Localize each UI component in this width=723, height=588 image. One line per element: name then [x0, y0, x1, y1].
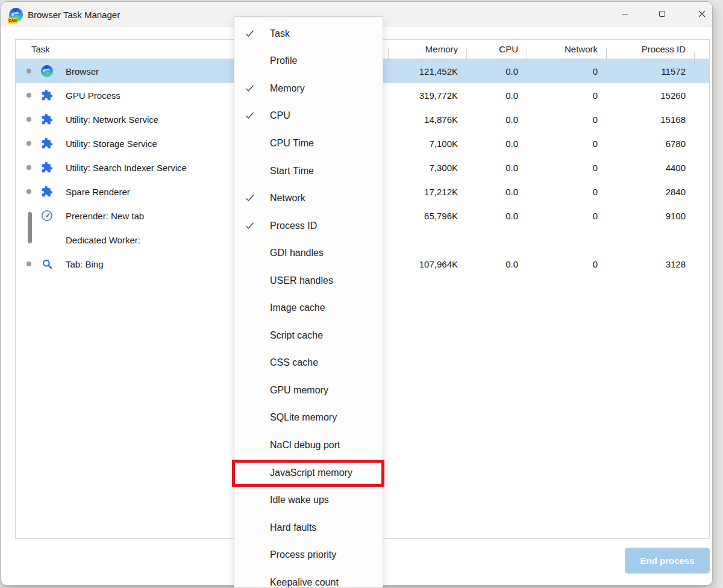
task-name: Dedicated Worker:: [66, 235, 140, 245]
process-bullet: [25, 141, 33, 146]
puzzle-icon: [40, 185, 54, 198]
menu-item-idle-wake-ups[interactable]: Idle wake ups: [234, 486, 383, 514]
process-id-cell: 15168: [606, 114, 694, 125]
puzzle-icon: [40, 113, 54, 126]
minimize-icon: [622, 14, 628, 14]
cpu-cell: 0.0: [466, 259, 527, 269]
menu-item-process-id[interactable]: Process ID: [234, 212, 383, 240]
puzzle-icon: [40, 161, 54, 174]
process-id-cell: 6780: [606, 139, 694, 149]
bullet-dot-icon: [27, 93, 31, 98]
process-bullet: [25, 117, 33, 122]
menu-item-label: Network: [270, 193, 305, 204]
menu-item-nacl-debug-port[interactable]: NaCl debug port: [234, 431, 383, 459]
process-id-cell: 4400: [606, 163, 694, 173]
menu-item-label: Script cache: [270, 330, 323, 341]
check-icon: [245, 221, 254, 232]
cpu-cell: 0.0: [466, 187, 527, 197]
cpu-cell: 0.0: [466, 163, 527, 173]
menu-item-label: USER handles: [270, 275, 333, 286]
bullet-dot-icon: [27, 189, 31, 194]
process-id-cell: 15260: [606, 90, 694, 101]
column-context-menu: TaskProfileMemoryCPUCPU TimeStart TimeNe…: [234, 16, 383, 588]
bullet-dot-icon: [27, 117, 31, 122]
memory-cell: 319,772K: [388, 90, 466, 101]
menu-item-label: NaCl debug port: [270, 440, 340, 451]
check-icon: [245, 29, 254, 40]
menu-item-memory[interactable]: Memory: [234, 75, 383, 102]
menu-item-sqlite-memory[interactable]: SQLite memory: [234, 404, 383, 432]
menu-item-label: Keepalive count: [270, 577, 339, 588]
menu-item-label: Process ID: [270, 220, 317, 231]
cpu-cell: 0.0: [466, 139, 527, 149]
memory-cell: 107,964K: [388, 259, 466, 269]
menu-item-label: Idle wake ups: [270, 495, 329, 505]
maximize-button[interactable]: [648, 3, 676, 25]
cpu-cell: 0.0: [466, 211, 527, 221]
memory-cell: 7,100K: [388, 139, 466, 149]
process-id-cell: 11572: [606, 66, 694, 77]
network-cell: 0: [527, 139, 606, 149]
memory-cell: 14,876K: [388, 114, 466, 125]
gauge-icon: [40, 209, 54, 222]
menu-item-label: Task: [270, 28, 290, 39]
task-name: Spare Renderer: [66, 187, 130, 197]
menu-item-cpu[interactable]: CPU: [234, 102, 383, 130]
menu-item-network[interactable]: Network: [234, 184, 383, 212]
memory-cell: 17,212K: [388, 187, 466, 197]
bullet-dot-icon: [27, 261, 31, 266]
menu-item-script-cache[interactable]: Script cache: [234, 322, 383, 349]
menu-item-start-time[interactable]: Start Time: [234, 157, 383, 185]
menu-item-process-priority[interactable]: Process priority: [234, 541, 383, 569]
close-icon: [698, 10, 706, 17]
minimize-button[interactable]: [611, 3, 639, 25]
edge-icon: [40, 64, 54, 78]
menu-item-profile[interactable]: Profile: [234, 48, 383, 75]
cpu-cell: 0.0: [466, 90, 527, 101]
puzzle-icon: [40, 137, 54, 150]
menu-item-javascript-memory[interactable]: JavaScript memory: [234, 459, 383, 487]
process-bullet: [25, 189, 33, 194]
menu-item-label: CSS cache: [270, 357, 318, 368]
column-header-cpu[interactable]: CPU: [466, 44, 527, 54]
menu-item-css-cache[interactable]: CSS cache: [234, 349, 383, 377]
menu-item-cpu-time[interactable]: CPU Time: [234, 130, 383, 157]
puzzle-icon: [40, 89, 54, 102]
menu-item-image-cache[interactable]: Image cache: [234, 294, 383, 322]
window-title: Browser Task Manager: [28, 10, 120, 20]
menu-item-label: Hard faults: [270, 522, 316, 533]
menu-item-label: CPU Time: [270, 138, 314, 149]
memory-cell: 121,452K: [388, 66, 466, 77]
canary-badge: CAN: [8, 17, 17, 23]
network-cell: 0: [527, 187, 606, 197]
end-process-button[interactable]: End process: [625, 548, 710, 574]
memory-cell: 7,300K: [388, 163, 466, 173]
menu-item-label: JavaScript memory: [270, 468, 352, 478]
menu-item-gdi-handles[interactable]: GDI handles: [234, 239, 383, 267]
memory-cell: 65,796K: [388, 211, 466, 221]
task-name: Utility: Storage Service: [66, 139, 157, 149]
icon-placeholder: [40, 233, 54, 246]
check-icon: [245, 193, 254, 204]
process-id-cell: 3128: [606, 259, 694, 269]
bullet-dot-icon: [27, 165, 31, 170]
process-bullet: [25, 69, 33, 74]
menu-item-task[interactable]: Task: [234, 20, 383, 48]
menu-item-label: GPU memory: [270, 385, 328, 396]
check-icon: [245, 84, 254, 95]
task-name: Utility: Search Indexer Service: [66, 163, 187, 173]
search-icon: [40, 257, 54, 271]
column-header-memory[interactable]: Memory: [388, 44, 466, 54]
menu-item-label: Profile: [270, 55, 297, 66]
process-bullet: [25, 165, 33, 170]
process-bullet: [25, 261, 33, 266]
menu-item-keepalive-count[interactable]: Keepalive count: [234, 569, 383, 588]
column-header-process-id[interactable]: Process ID: [606, 44, 694, 54]
menu-item-gpu-memory[interactable]: GPU memory: [234, 377, 383, 404]
column-header-network[interactable]: Network: [527, 44, 606, 54]
menu-item-user-handles[interactable]: USER handles: [234, 267, 383, 295]
network-cell: 0: [527, 90, 606, 101]
menu-item-label: GDI handles: [270, 248, 324, 258]
menu-item-hard-faults[interactable]: Hard faults: [234, 514, 383, 542]
close-button[interactable]: [688, 3, 716, 25]
